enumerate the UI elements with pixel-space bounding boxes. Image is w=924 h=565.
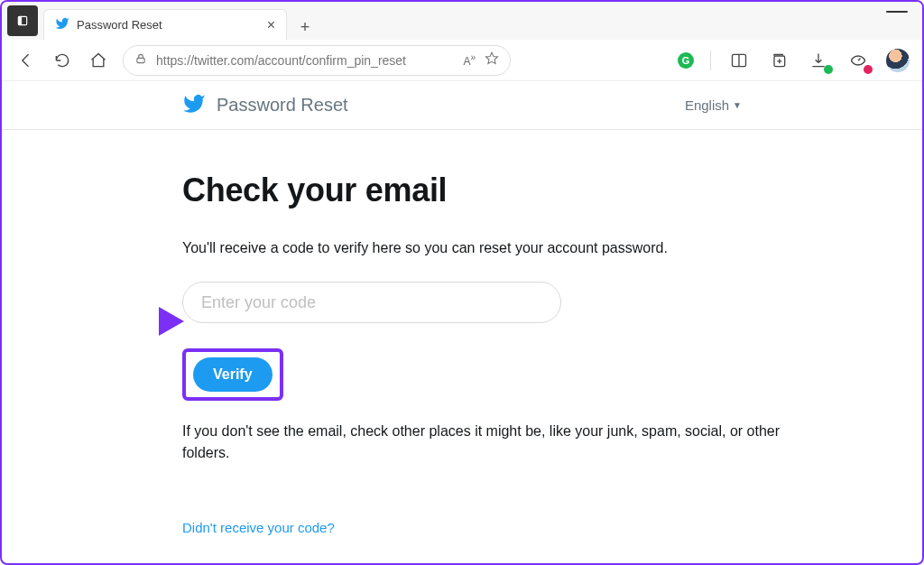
profile-avatar[interactable] xyxy=(886,49,910,72)
svg-rect-2 xyxy=(137,58,144,62)
svg-rect-1 xyxy=(18,16,22,24)
verify-button[interactable]: Verify xyxy=(193,357,273,392)
browser-titlebar: Password Reset × + xyxy=(2,2,922,40)
performance-icon[interactable] xyxy=(846,49,870,72)
lock-icon xyxy=(134,52,147,68)
page-title: Password Reset xyxy=(217,95,348,116)
code-input[interactable] xyxy=(182,282,561,323)
hint-text: If you don't see the email, check other … xyxy=(182,421,814,464)
browser-tab[interactable]: Password Reset × xyxy=(43,9,287,40)
home-button[interactable] xyxy=(87,49,110,72)
refresh-button[interactable] xyxy=(51,49,74,72)
language-label: English xyxy=(685,97,729,113)
window-minimize-icon[interactable] xyxy=(886,11,908,13)
url-text: https://twitter.com/account/confirm_pin_… xyxy=(156,53,454,68)
back-button[interactable] xyxy=(14,49,38,72)
alert-badge xyxy=(864,65,873,74)
download-success-badge xyxy=(824,65,833,74)
address-bar[interactable]: https://twitter.com/account/confirm_pin_… xyxy=(123,45,511,76)
main-content: Check your email You'll receive a code t… xyxy=(2,130,868,536)
heading: Check your email xyxy=(182,171,814,209)
twitter-logo-icon xyxy=(182,92,206,119)
tab-title: Password Reset xyxy=(77,18,260,32)
tab-actions-button[interactable] xyxy=(7,5,38,36)
collections-icon[interactable] xyxy=(767,49,790,72)
grammarly-icon[interactable]: G xyxy=(678,52,694,69)
reader-mode-icon[interactable]: A» xyxy=(463,52,476,68)
browser-toolbar: https://twitter.com/account/confirm_pin_… xyxy=(2,40,922,81)
verify-highlight-box: Verify xyxy=(182,348,283,401)
tab-close-icon[interactable]: × xyxy=(267,17,275,33)
resend-code-link[interactable]: Didn't receive your code? xyxy=(182,520,335,535)
language-selector[interactable]: English ▼ xyxy=(685,97,742,113)
new-tab-button[interactable]: + xyxy=(292,14,318,40)
downloads-icon[interactable] xyxy=(807,49,830,72)
chevron-down-icon: ▼ xyxy=(733,100,742,110)
twitter-favicon-icon xyxy=(55,16,69,34)
favorite-icon[interactable] xyxy=(485,51,499,69)
toolbar-divider xyxy=(710,51,711,70)
description-text: You'll receive a code to verify here so … xyxy=(182,240,814,256)
page-header: Password Reset English ▼ xyxy=(2,81,922,130)
split-screen-icon[interactable] xyxy=(727,49,751,72)
